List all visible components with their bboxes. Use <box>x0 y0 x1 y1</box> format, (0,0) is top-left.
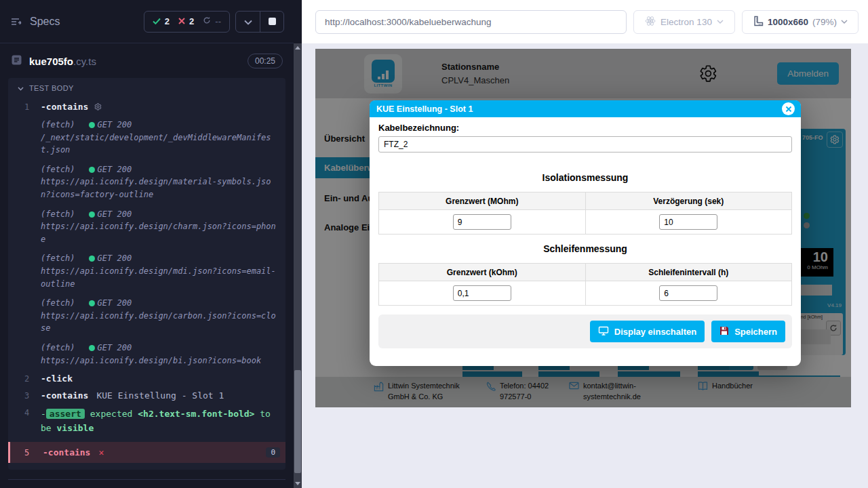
run-controls <box>235 11 284 33</box>
floppy-disk-icon <box>719 326 729 338</box>
stop-button[interactable] <box>260 12 283 32</box>
aut-panel: Electron 130 1000x660 (79%) LITTWIN <box>302 0 868 488</box>
stat-passed: 2 <box>153 16 170 26</box>
reporter-header: Specs 2 2 -- <box>0 0 294 43</box>
command-log: TEST BODY 1 -contains (fetch)GET 200 /_n… <box>8 78 285 470</box>
modal-title: KUE Einstellung - Slot 1 <box>376 104 473 114</box>
refresh-icon <box>203 16 211 26</box>
scrollbar-thumb[interactable] <box>294 370 301 473</box>
stop-icon <box>269 18 276 25</box>
divider <box>8 479 285 480</box>
stat-failed: 2 <box>178 16 194 26</box>
cross-icon <box>178 16 185 26</box>
aut-toolbar: Electron 130 1000x660 (79%) <box>302 0 868 43</box>
aut-viewport: LITTWIN Stationsname CPLV4_Maschen Abmel… <box>302 43 868 488</box>
command-row[interactable]: 2 -click <box>8 370 285 387</box>
monitor-icon <box>598 326 609 338</box>
isolation-section-title: Isolationsmessung <box>378 172 792 183</box>
status-dot <box>89 256 95 262</box>
command-row-assert[interactable]: 4 -assertexpected <h2.text-sm.font-bold>… <box>8 404 285 439</box>
status-dot <box>89 122 95 128</box>
stat-pending: -- <box>203 16 221 26</box>
column-header: Grenzwert (MOhm) <box>379 192 586 210</box>
status-dot <box>89 300 95 306</box>
column-header: Grenzwert (kOhm) <box>379 264 586 281</box>
status-dot <box>89 345 95 351</box>
fail-x-icon: ✕ <box>98 447 104 458</box>
fetch-log[interactable]: (fetch)GET 200 https://api.iconify.desig… <box>8 338 285 370</box>
gear-icon <box>94 103 102 110</box>
iso-limit-input[interactable] <box>453 214 511 230</box>
chevron-down-icon <box>841 20 848 24</box>
cable-name-input[interactable] <box>378 136 792 152</box>
browser-selector[interactable]: Electron 130 <box>633 10 735 34</box>
viewport-selector[interactable]: 1000x660 (79%) <box>742 10 859 34</box>
loop-limit-input[interactable] <box>453 285 511 301</box>
column-header: Schleifenintervall (h) <box>585 264 792 281</box>
fetch-log[interactable]: (fetch)GET 200 https://api.iconify.desig… <box>8 249 285 293</box>
ruler-icon <box>753 16 764 28</box>
status-dot <box>89 167 95 173</box>
command-row[interactable]: 1 -contains <box>8 98 285 115</box>
assert-badge: assert <box>46 409 85 419</box>
close-icon[interactable] <box>782 102 795 115</box>
specs-menu-button[interactable]: Specs <box>11 16 60 28</box>
reporter-scrollbar[interactable] <box>294 43 302 488</box>
spec-name: kue705fo.cy.ts <box>29 56 96 67</box>
scroll-up-icon[interactable] <box>295 46 300 49</box>
spec-file-icon <box>11 54 22 68</box>
chevron-down-icon <box>18 84 24 92</box>
electron-icon <box>645 16 656 28</box>
test-stats: 2 2 -- <box>144 11 230 33</box>
kue-settings-modal: KUE Einstellung - Slot 1 Kabelbezeichnun… <box>370 100 801 366</box>
scroll-down-icon[interactable] <box>295 482 300 485</box>
url-input[interactable] <box>315 10 627 34</box>
isolation-table: Grenzwert (MOhm) Verzögerung (sek) <box>378 192 792 235</box>
cable-name-label: Kabelbezeichnung: <box>378 123 792 133</box>
spec-row[interactable]: kue705fo.cy.ts 00:25 <box>0 43 294 75</box>
fetch-log[interactable]: (fetch)GET 200 https://api.iconify.desig… <box>8 160 285 205</box>
test-body-toggle[interactable]: TEST BODY <box>8 78 285 98</box>
specs-menu-icon <box>11 17 23 26</box>
loop-interval-input[interactable] <box>659 285 717 301</box>
status-dot <box>89 211 95 218</box>
column-header: Verzögerung (sek) <box>585 192 792 210</box>
fetch-log[interactable]: (fetch)GET 200 https://api.iconify.desig… <box>8 293 285 338</box>
iso-delay-input[interactable] <box>659 214 717 230</box>
loop-table: Grenzwert (kOhm) Schleifenintervall (h) <box>378 263 792 306</box>
modal-header: KUE Einstellung - Slot 1 <box>370 100 801 117</box>
chevron-down-icon <box>244 16 252 28</box>
chevron-down-icon <box>717 20 724 24</box>
fetch-log[interactable]: (fetch)GET 200 /_next/static/development… <box>8 115 285 160</box>
command-row-failed[interactable]: 5 -contains✕0 <box>8 442 285 463</box>
display-on-button[interactable]: Display einschalten <box>590 321 705 342</box>
command-row[interactable]: 3 -containsKUE Einstellung - Slot 1 <box>8 387 285 404</box>
specs-title: Specs <box>30 16 60 28</box>
cypress-reporter: Specs 2 2 -- <box>0 0 302 488</box>
modal-footer: Display einschalten Speichern <box>378 314 792 348</box>
screenshot-root: Specs 2 2 -- <box>0 0 868 488</box>
retry-count-badge: 0 <box>266 447 280 458</box>
fetch-log[interactable]: (fetch)GET 200 https://api.iconify.desig… <box>8 205 285 249</box>
loop-section-title: Schleifenmessung <box>378 243 792 254</box>
check-icon <box>153 16 161 26</box>
save-button[interactable]: Speichern <box>711 321 785 342</box>
collapse-button[interactable] <box>236 12 260 32</box>
spec-duration-badge: 00:25 <box>248 54 283 68</box>
